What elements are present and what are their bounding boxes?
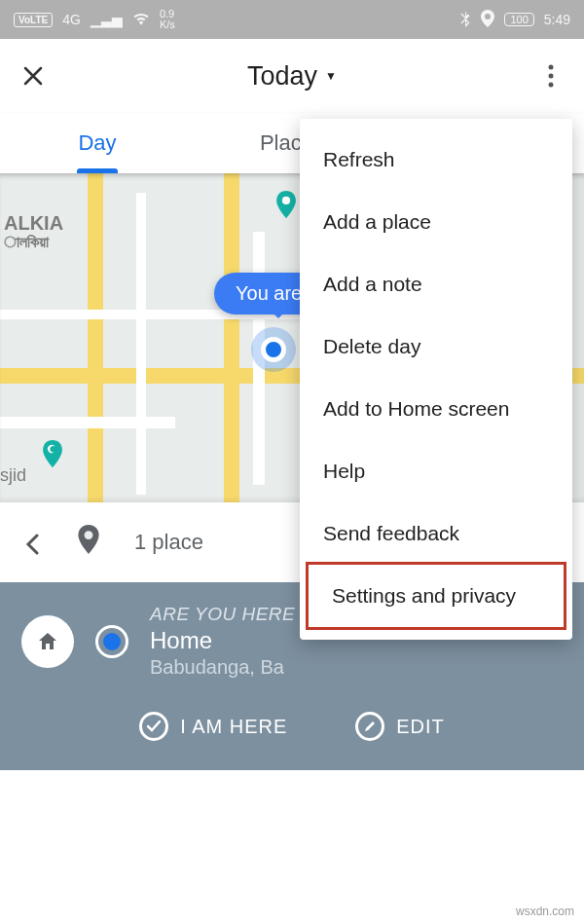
edit-button[interactable]: EDIT	[355, 712, 445, 741]
svg-point-3	[282, 197, 290, 204]
dropdown-triangle-icon: ▼	[325, 69, 337, 83]
pencil-icon	[355, 712, 384, 741]
current-location-dot	[261, 337, 286, 362]
menu-refresh[interactable]: Refresh	[300, 129, 572, 191]
tab-day[interactable]: Day	[0, 113, 195, 173]
watermark: wsxdn.com	[516, 905, 574, 918]
menu-delete-day[interactable]: Delete day	[300, 315, 572, 378]
network-indicator: 4G	[62, 12, 81, 27]
menu-add-home-screen[interactable]: Add to Home screen	[300, 378, 572, 440]
place-count: 1 place	[134, 530, 203, 555]
check-icon	[139, 712, 168, 741]
menu-add-place[interactable]: Add a place	[300, 191, 572, 253]
speed-indicator: 0.9K/s	[160, 9, 175, 30]
status-left: VoLTE 4G ▁▃▅ 0.9K/s	[14, 9, 175, 30]
map-label-sjid: sjid	[0, 465, 26, 486]
home-button[interactable]	[21, 615, 74, 668]
map-region-label: ALKIA ালকিয়া	[0, 212, 63, 251]
status-right: 100 5:49	[459, 10, 570, 30]
wifi-icon	[132, 12, 150, 28]
battery-indicator: 100	[504, 13, 533, 26]
bluetooth-icon	[459, 10, 471, 30]
clock: 5:49	[544, 12, 570, 27]
svg-point-2	[549, 83, 554, 88]
action-label: I AM HERE	[180, 716, 287, 738]
volte-badge: VoLTE	[14, 13, 53, 27]
signal-icon: ▁▃▅	[91, 12, 123, 27]
menu-send-feedback[interactable]: Send feedback	[300, 502, 572, 565]
here-address: Babudanga, Ba	[150, 656, 295, 679]
date-selector[interactable]: Today ▼	[47, 61, 537, 92]
map-poi-pin[interactable]	[273, 191, 300, 218]
place-pin-icon	[78, 525, 99, 560]
i-am-here-button[interactable]: I AM HERE	[139, 712, 287, 741]
overflow-menu: Refresh Add a place Add a note Delete da…	[300, 119, 572, 640]
svg-point-0	[549, 65, 554, 70]
page-title: Today	[247, 61, 317, 92]
menu-add-note[interactable]: Add a note	[300, 253, 572, 315]
close-icon[interactable]	[19, 62, 47, 90]
map-mosque-pin[interactable]	[39, 440, 66, 467]
tab-label: Day	[78, 130, 116, 156]
menu-settings-privacy[interactable]: Settings and privacy	[306, 562, 566, 630]
more-options-icon[interactable]	[537, 62, 565, 90]
home-icon	[36, 630, 59, 653]
menu-help[interactable]: Help	[300, 440, 572, 502]
status-bar: VoLTE 4G ▁▃▅ 0.9K/s 100 5:49	[0, 0, 584, 39]
svg-point-4	[85, 531, 93, 539]
svg-point-1	[549, 74, 554, 79]
location-radio[interactable]	[95, 625, 128, 658]
here-question: ARE YOU HERE	[150, 604, 295, 625]
header: Today ▼	[0, 39, 584, 113]
action-label: EDIT	[396, 716, 445, 738]
here-name: Home	[150, 627, 295, 654]
chevron-left-icon[interactable]	[25, 534, 43, 551]
location-status-icon	[481, 10, 494, 30]
